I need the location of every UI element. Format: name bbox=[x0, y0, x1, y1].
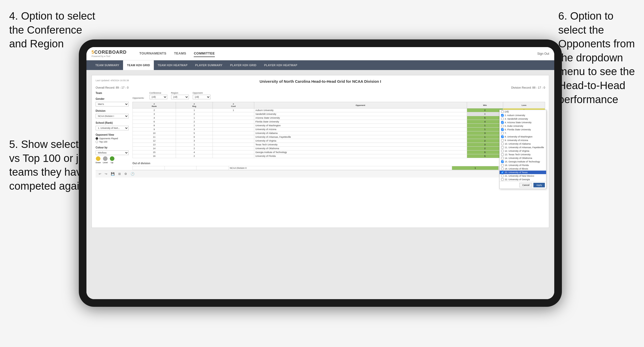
dropdown-checkbox[interactable] bbox=[501, 164, 504, 166]
dropdown-item[interactable]: 20. University of Texas bbox=[500, 171, 546, 174]
radio-top-100[interactable]: Top 100 bbox=[96, 141, 129, 143]
sub-nav-h2h-heatmap[interactable]: TEAM H2H HEATMAP bbox=[154, 60, 191, 70]
colour-by-select[interactable]: Win/loss bbox=[96, 150, 129, 155]
dropdown-item[interactable]: 13. Texas Tech University bbox=[500, 153, 546, 156]
dropdown-checkbox[interactable] bbox=[501, 125, 504, 127]
td-reg: 3 bbox=[176, 139, 213, 143]
data-table: #Rank #Reg #Conf Opponent Win Loss 2 bbox=[132, 102, 545, 158]
header-sign-out[interactable]: Sign Out bbox=[537, 52, 549, 55]
nav-teams[interactable]: TEAMS bbox=[174, 50, 186, 57]
out-of-div-row: NCAA Division II 1 0 bbox=[133, 166, 545, 170]
toolbar-redo[interactable]: ↪ bbox=[104, 172, 108, 176]
nav-committee[interactable]: COMMITTEE bbox=[194, 50, 215, 57]
td-opponent: Vanderbilt University bbox=[254, 112, 467, 116]
conference-select[interactable]: (All) bbox=[149, 95, 167, 99]
dropdown-item[interactable]: 16. University of Florida bbox=[500, 163, 546, 167]
td-rank: 15 bbox=[133, 150, 176, 154]
dropdown-item[interactable]: 10. University of Alabama bbox=[500, 142, 546, 146]
dropdown-item[interactable]: 7. bbox=[500, 131, 546, 135]
dropdown-item[interactable]: 14. University of Oklahoma bbox=[500, 156, 546, 160]
td-reg: 2 bbox=[176, 154, 213, 158]
out-of-div-reg bbox=[164, 166, 197, 170]
apply-button[interactable]: Apply bbox=[533, 183, 545, 187]
dropdown-item-label: 18. University of Illinois bbox=[505, 168, 528, 170]
dropdown-checkbox[interactable] bbox=[501, 114, 504, 117]
td-reg: 2 bbox=[176, 120, 213, 124]
dropdown-checkbox[interactable] bbox=[501, 168, 504, 170]
sidebar-division-select[interactable]: NCAA Division I bbox=[96, 114, 129, 118]
dropdown-item-label: 4. Arizona State University bbox=[505, 121, 532, 124]
td-opponent: Texas Tech University bbox=[254, 143, 467, 147]
td-rank: 14 bbox=[133, 147, 176, 150]
td-win: 1 bbox=[467, 128, 503, 131]
dropdown-item[interactable]: 22. University of Georgia bbox=[500, 178, 546, 181]
dropdown-item[interactable]: 12. University of Virginia bbox=[500, 149, 546, 153]
sub-nav-player-h2h-heatmap[interactable]: PLAYER H2H HEATMAP bbox=[260, 60, 301, 70]
table-row: 8 2 University of Washington 1 0 bbox=[133, 124, 545, 128]
td-opponent: Florida State University bbox=[254, 120, 467, 124]
sidebar-gender-select[interactable]: Men's bbox=[96, 102, 129, 106]
dropdown-checkbox[interactable] bbox=[501, 160, 504, 163]
dropdown-item[interactable]: 11. University of Arkansas, Fayetteville bbox=[500, 146, 546, 149]
dropdown-checkbox[interactable] bbox=[501, 171, 504, 174]
opponent-select[interactable]: (All) bbox=[193, 95, 211, 99]
sidebar-school-select[interactable]: 1. University of Nort... bbox=[96, 126, 129, 130]
last-updated: Last Updated: 4/9/2024 16:55:38 bbox=[96, 79, 129, 82]
out-of-div-name: NCAA Division II bbox=[228, 166, 452, 170]
toolbar-save[interactable]: 💾 bbox=[110, 172, 115, 176]
toolbar-settings[interactable]: ⚙ bbox=[124, 172, 128, 176]
dropdown-item[interactable]: 3. Vanderbilt University bbox=[500, 117, 546, 121]
dropdown-item-label: 22. University of Georgia bbox=[505, 178, 530, 181]
table-row: 10 5 University of Alabama 3 0 bbox=[133, 131, 545, 135]
toolbar-clock[interactable]: 🕐 bbox=[130, 172, 135, 176]
dropdown-checkbox[interactable] bbox=[501, 143, 504, 145]
legend-up: Up bbox=[110, 156, 114, 164]
toolbar-copy[interactable]: ⊞ bbox=[118, 172, 121, 176]
dropdown-item[interactable]: (All) bbox=[500, 110, 546, 114]
sub-nav-team-summary[interactable]: TEAM SUMMARY bbox=[92, 60, 123, 70]
td-reg: 1 bbox=[176, 116, 213, 120]
dropdown-item[interactable]: 6. Florida State University bbox=[500, 128, 546, 131]
th-rank: #Rank bbox=[133, 102, 176, 108]
table-row: 16 2 University of Florida 5 1 bbox=[133, 154, 545, 158]
nav-tournaments[interactable]: TOURNAMENTS bbox=[139, 50, 166, 57]
dropdown-checkbox[interactable] bbox=[501, 132, 504, 134]
region-select[interactable]: (All) bbox=[171, 95, 189, 99]
td-conf bbox=[213, 124, 254, 128]
dropdown-checkbox[interactable] bbox=[501, 146, 504, 149]
cancel-button[interactable]: Cancel bbox=[519, 183, 532, 187]
dropdown-checkbox[interactable] bbox=[501, 153, 504, 156]
dropdown-item[interactable]: 9. University of Arizona bbox=[500, 138, 546, 142]
dropdown-item[interactable]: 8. University of Washington bbox=[500, 135, 546, 138]
dropdown-checkbox[interactable] bbox=[501, 178, 504, 181]
toolbar-undo[interactable]: ↩ bbox=[98, 172, 102, 176]
sub-nav-h2h-grid[interactable]: TEAM H2H GRID bbox=[123, 60, 154, 70]
dropdown-checkbox[interactable] bbox=[501, 121, 504, 124]
td-opponent: Georgia Institute of Technology bbox=[254, 150, 467, 154]
dropdown-checkbox[interactable] bbox=[501, 110, 504, 113]
sub-nav-player-summary[interactable]: PLAYER SUMMARY bbox=[191, 60, 226, 70]
dropdown-checkbox[interactable] bbox=[501, 150, 504, 152]
td-opponent: University of Washington bbox=[254, 124, 467, 128]
dropdown-item[interactable]: 2. Auburn University bbox=[500, 114, 546, 117]
dropdown-item[interactable]: 18. University of Illinois bbox=[500, 167, 546, 171]
sub-nav-player-h2h-grid[interactable]: PLAYER H2H GRID bbox=[226, 60, 260, 70]
dropdown-checkbox[interactable] bbox=[501, 175, 504, 177]
table-row: 14 2 University of Oklahoma 2 2 bbox=[133, 147, 545, 150]
td-reg: 4 bbox=[176, 150, 213, 154]
td-rank: 12 bbox=[133, 139, 176, 143]
sidebar-division-section: Division NCAA Division I bbox=[96, 109, 129, 118]
dropdown-item[interactable]: 5. Duke University bbox=[500, 124, 546, 128]
radio-opponents-played[interactable]: Opponents Played bbox=[96, 137, 129, 140]
dropdown-item[interactable]: 21. University of New Mexico bbox=[500, 174, 546, 178]
dropdown-checkbox[interactable] bbox=[501, 135, 504, 138]
opponent-filter: Opponent (All) bbox=[193, 92, 211, 99]
dropdown-checkbox[interactable] bbox=[501, 128, 504, 131]
dropdown-item[interactable]: 15. Georgia Institute of Technology bbox=[500, 160, 546, 163]
sidebar-school-section: School (Rank) 1. University of Nort... bbox=[96, 121, 129, 130]
dropdown-checkbox[interactable] bbox=[501, 118, 504, 120]
dropdown-item[interactable]: 4. Arizona State University bbox=[500, 121, 546, 124]
dropdown-checkbox[interactable] bbox=[501, 139, 504, 142]
dropdown-checkbox[interactable] bbox=[501, 157, 504, 159]
logo-sub: Powered by ♦ Tool bbox=[92, 55, 127, 58]
